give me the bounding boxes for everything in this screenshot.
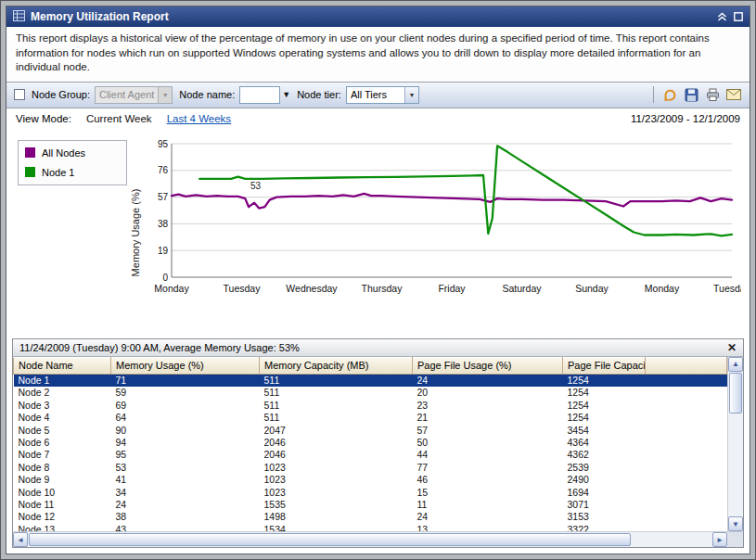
table-cell: 41 (111, 474, 260, 486)
table-row[interactable]: Node 369511231254 (14, 399, 727, 411)
table-cell: 15 (413, 486, 563, 498)
table-row[interactable]: Node 6942046504364 (14, 436, 727, 448)
svg-text:19: 19 (158, 246, 169, 256)
table-cell: 38 (111, 511, 260, 523)
svg-text:Thursday: Thursday (362, 283, 404, 294)
table-cell: 2046 (260, 436, 413, 448)
close-icon[interactable]: ✕ (727, 342, 737, 353)
column-header[interactable]: Page File Capacity (MB) (563, 357, 646, 374)
table-cell: 24 (413, 374, 563, 386)
schedule-refresh-icon[interactable] (661, 86, 678, 103)
table-cell: 23 (413, 399, 563, 411)
horizontal-scrollbar-row: ◄ ► (13, 531, 743, 547)
node-group-checkbox[interactable] (14, 89, 25, 100)
vertical-scrollbar-thumb[interactable] (729, 373, 742, 414)
column-header[interactable]: Memory Usage (%) (111, 357, 260, 374)
table-cell: 511 (260, 387, 413, 399)
table-cell: Node 12 (14, 511, 111, 523)
table-cell-filler (645, 486, 727, 498)
node-name-input[interactable] (239, 86, 280, 104)
report-window: Memory Utilization Report This report di… (6, 6, 750, 554)
horizontal-scrollbar[interactable]: ◄ ► (13, 532, 727, 547)
table-cell: Node 5 (14, 424, 111, 436)
detail-panel-header: 11/24/2009 (Tuesday) 9:00 AM, Average Me… (13, 339, 743, 357)
report-description: This report displays a historical view o… (6, 27, 750, 83)
table-cell: 3454 (563, 424, 646, 436)
view-mode-current-week[interactable]: Current Week (86, 113, 152, 124)
table-row[interactable]: Node 9411023462490 (14, 474, 727, 486)
svg-text:0: 0 (162, 272, 168, 282)
node-name-dropdown-icon[interactable]: ▼ (282, 90, 290, 99)
vertical-scrollbar[interactable]: ▲ ▼ (727, 357, 743, 531)
table-cell: 2539 (563, 461, 646, 473)
table-row[interactable]: Node 464511211254 (14, 412, 727, 424)
email-icon[interactable] (725, 86, 742, 103)
chart-area: All Nodes Node 1 Memory Usage (%) 019385… (6, 129, 750, 331)
table-row[interactable]: Node 13431534133322 (14, 523, 727, 531)
svg-text:53: 53 (250, 180, 262, 190)
table-cell: Node 7 (14, 449, 111, 461)
node-name-label: Node name: (179, 89, 235, 100)
table-row[interactable]: Node 8531023772539 (14, 461, 727, 473)
horizontal-scrollbar-thumb[interactable] (29, 533, 631, 546)
legend-item-all-nodes: All Nodes (25, 147, 120, 159)
table-row[interactable]: Node 7952046444362 (14, 449, 727, 461)
table-cell: 1023 (260, 461, 413, 473)
filter-toolbar: Node Group: Client Agent ▼ Node name: ▼ … (6, 83, 750, 108)
table-cell: 4362 (563, 449, 646, 461)
table-row[interactable]: Node 11241535113071 (14, 498, 727, 510)
legend-label-node-1: Node 1 (42, 167, 74, 178)
scroll-down-icon[interactable]: ▼ (728, 516, 743, 531)
table-cell: 24 (111, 498, 260, 510)
table-row[interactable]: Node 259511201254 (14, 387, 727, 399)
table-cell: 64 (111, 412, 260, 424)
save-icon[interactable] (683, 86, 699, 103)
table-cell: 44 (413, 449, 563, 461)
report-icon (13, 8, 25, 25)
table-cell: 94 (111, 436, 260, 448)
table-cell: Node 8 (14, 461, 111, 473)
table-cell: 1694 (563, 486, 646, 498)
maximize-icon[interactable] (734, 12, 743, 21)
table-cell: 511 (260, 399, 413, 411)
column-header[interactable]: Memory Capacity (MB) (260, 357, 413, 374)
date-range: 11/23/2009 - 12/1/2009 (631, 113, 740, 124)
vertical-scrollbar-track[interactable] (728, 372, 743, 516)
table-cell: 57 (413, 424, 563, 436)
titlebar: Memory Utilization Report (6, 6, 750, 27)
view-mode-last-4-weeks-link[interactable]: Last 4 Weeks (167, 113, 231, 124)
scroll-right-icon[interactable]: ► (712, 532, 727, 547)
table-cell: 53 (111, 461, 260, 473)
column-header[interactable]: Node Name (14, 357, 111, 374)
svg-text:Monday: Monday (645, 283, 680, 294)
table-cell: 20 (413, 387, 563, 399)
print-icon[interactable] (704, 86, 721, 103)
table-cell: 21 (413, 412, 563, 424)
table-row[interactable]: Node 12381498243153 (14, 511, 727, 523)
table-cell: 59 (111, 387, 260, 399)
table-cell: 11 (413, 498, 563, 510)
table-cell: 1023 (260, 486, 413, 498)
node-group-select[interactable]: Client Agent ▼ (95, 86, 173, 104)
table-row[interactable]: Node 171511241254 (14, 374, 727, 386)
table-cell-filler (645, 374, 727, 386)
column-header[interactable]: Page File Usage (%) (413, 357, 563, 374)
node-tier-select[interactable]: All Tiers ▼ (346, 86, 419, 104)
detail-header-text: 11/24/2009 (Tuesday) 9:00 AM, Average Me… (19, 342, 300, 353)
collapse-panel-icon[interactable] (717, 12, 727, 22)
table-row[interactable]: Node 10341023151694 (14, 486, 727, 498)
svg-text:Sunday: Sunday (575, 283, 609, 294)
table-cell: 46 (413, 474, 563, 486)
table-cell-filler (645, 424, 727, 436)
svg-text:Tuesday: Tuesday (713, 283, 741, 294)
horizontal-scrollbar-track[interactable] (28, 532, 712, 547)
table-cell-filler (645, 412, 727, 424)
scroll-left-icon[interactable]: ◄ (13, 532, 28, 547)
table-cell: 1023 (260, 474, 413, 486)
scroll-up-icon[interactable]: ▲ (728, 357, 743, 372)
table-cell: 4364 (563, 436, 646, 448)
table-cell: Node 4 (14, 412, 111, 424)
table-row[interactable]: Node 5902047573454 (14, 424, 727, 436)
node-tier-value: All Tiers (347, 87, 404, 103)
y-axis-label: Memory Usage (%) (127, 134, 144, 331)
